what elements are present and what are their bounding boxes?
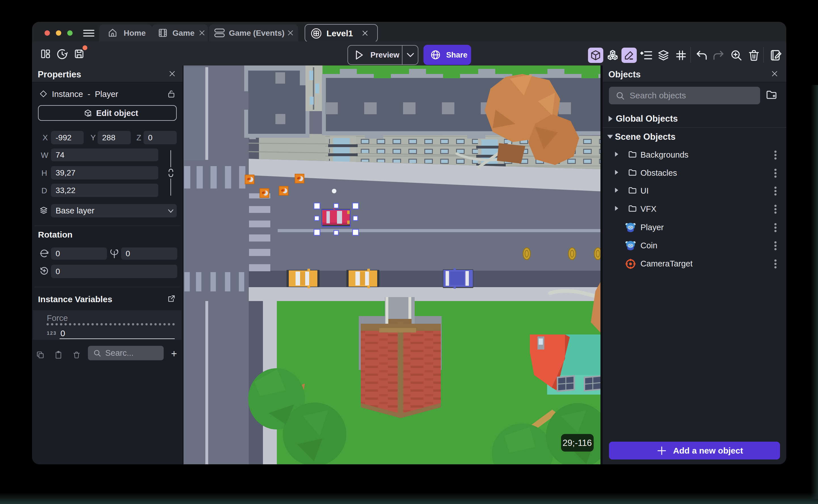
svg-text:29;-116: 29;-116 bbox=[563, 438, 592, 448]
svg-text:3D: 3D bbox=[88, 114, 91, 117]
